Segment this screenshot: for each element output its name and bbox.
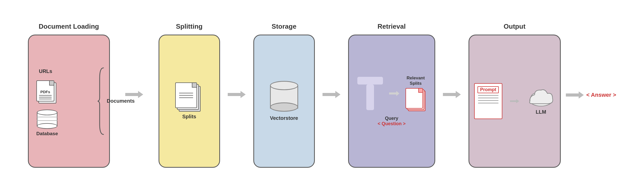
output-box: Prompt: [469, 35, 561, 168]
pdf-line-1: [39, 95, 52, 96]
db-icon: Database: [36, 110, 58, 136]
vs-cylinder: [270, 81, 298, 112]
arrow-5-svg: [566, 90, 584, 100]
stage-output: Output Prompt: [469, 23, 561, 168]
answer-section: < Answer >: [566, 90, 616, 100]
db-mid-line-1: [37, 117, 57, 117]
doc-loading-inner: URLs PDFs: [34, 66, 104, 136]
documents-label: Documents: [107, 98, 135, 104]
split-doc-front: [175, 82, 197, 108]
split-line-1: [179, 93, 193, 93]
prompt-line-1: [478, 95, 498, 96]
pdfs-label: PDFs: [40, 90, 50, 94]
prompt-line-4: [478, 103, 498, 103]
vectorstore-label: Vectorstore: [270, 115, 298, 121]
storage-title: Storage: [272, 23, 296, 30]
stage-retrieval: Retrieval RelevantSplits: [348, 23, 435, 168]
db-top: [37, 110, 57, 115]
split-line-3: [179, 97, 193, 98]
arrow-2: [228, 89, 246, 101]
pdf-line-2: [39, 97, 52, 98]
split-line-2: [179, 95, 193, 96]
doc-loading-box: URLs PDFs: [28, 35, 110, 168]
red-doc-front: [406, 88, 423, 109]
arrow-2-svg: [228, 89, 246, 100]
arrow-3-svg: [323, 89, 340, 100]
retrieval-inner: RelevantSplits Query < Question >: [352, 35, 431, 167]
splitting-title: Splitting: [176, 23, 203, 30]
db-shape: [37, 110, 57, 129]
pdf-front: PDFs: [36, 80, 54, 101]
question-label: < Question >: [378, 121, 406, 126]
t-vertical: [366, 85, 374, 110]
urls-item: URLs: [36, 68, 52, 74]
retrieval-title: Retrieval: [378, 23, 406, 30]
database-label: Database: [36, 131, 58, 136]
output-title: Output: [504, 23, 525, 30]
retrieval-top-row: RelevantSplits: [357, 76, 426, 111]
db-mid-line-2: [37, 120, 57, 121]
brace-svg: [97, 65, 105, 137]
arrow-4-svg: [443, 89, 461, 100]
rag-diagram: Document Loading URLs PDFs: [0, 0, 644, 190]
vectorstore-icon: Vectorstore: [270, 81, 298, 121]
query-section: Query < Question >: [378, 116, 406, 126]
prompt-line-3: [478, 100, 498, 101]
arrow-4: [443, 89, 461, 101]
stage-splitting: Splitting Splits: [159, 23, 220, 168]
inner-arrow-svg: [389, 90, 399, 97]
urls-label: URLs: [39, 68, 52, 74]
splitting-box: Splits: [159, 35, 220, 168]
svg-marker-4: [443, 91, 461, 98]
pdfs-icon: PDFs: [36, 80, 57, 103]
prompt-box: Prompt: [474, 83, 502, 119]
splits-icon: [175, 82, 203, 111]
cloud-svg: [527, 87, 555, 108]
t-horizontal: [357, 77, 383, 85]
prompt-title: Prompt: [477, 86, 499, 93]
svg-marker-1: [228, 91, 246, 98]
db-bottom: [37, 123, 57, 129]
t-shape-icon: [357, 77, 383, 110]
vs-bottom: [270, 102, 298, 112]
stage-storage: Storage Vectorstore: [253, 23, 315, 168]
vs-top: [270, 81, 298, 90]
brace-docs: Documents: [97, 65, 135, 137]
pdf-line-3: [39, 99, 52, 99]
pdf-lines: [39, 95, 52, 99]
svg-marker-2: [323, 91, 340, 98]
answer-label: < Answer >: [586, 92, 616, 98]
mini-arrow-svg: [510, 98, 519, 104]
relevant-splits: RelevantSplits: [406, 76, 426, 111]
svg-marker-5: [510, 99, 519, 103]
llm-cloud: LLM: [527, 87, 555, 115]
svg-marker-14: [566, 91, 584, 99]
red-doc-stack: [406, 88, 426, 111]
splits-label: Splits: [182, 114, 196, 120]
query-label: Query: [385, 116, 398, 121]
stage-doc-loading: Document Loading URLs PDFs: [28, 23, 110, 168]
llm-label: LLM: [536, 109, 546, 115]
prompt-line-2: [478, 98, 498, 98]
output-inner: Prompt: [474, 35, 555, 167]
svg-marker-3: [389, 91, 399, 96]
pdf-stack: PDFs: [36, 80, 57, 103]
arrow-3: [323, 89, 340, 101]
retrieval-box: RelevantSplits Query < Question >: [348, 35, 435, 168]
relevant-splits-label: RelevantSplits: [407, 76, 425, 86]
doc-loading-title: Document Loading: [39, 23, 99, 30]
storage-box: Vectorstore: [253, 35, 315, 168]
